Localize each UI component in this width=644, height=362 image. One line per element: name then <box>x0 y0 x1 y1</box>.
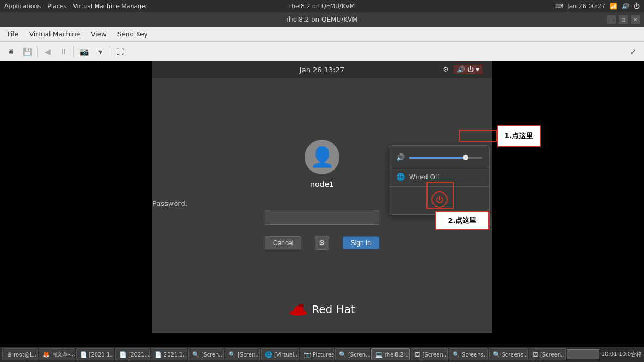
taskbar-item-0[interactable]: 🖥 root@L... <box>2 348 38 360</box>
power-icon-sys: ⏻ <box>634 3 640 10</box>
gnome-volume-icon: 🔊 <box>457 66 465 73</box>
taskbar-item-10[interactable]: 💻 rhel8.2-... <box>371 348 410 360</box>
network-label: Wired Off <box>409 173 439 181</box>
gnome-topbar: Jan 26 13:27 ⚙ 🔊 ⏻ ▾ <box>152 61 492 78</box>
taskbar-icon-4: 📄 <box>154 351 162 358</box>
taskbar-icon-7: 🌐 <box>265 351 273 358</box>
volume-row: 🔊 <box>389 150 489 165</box>
cancel-button[interactable]: Cancel <box>265 236 301 249</box>
annotation-2: 2.点这里 <box>435 211 490 230</box>
sendkey-menu[interactable]: Send Key <box>113 29 152 39</box>
taskbar-item-13[interactable]: 🔍 Screens... <box>489 348 528 360</box>
taskbar-label-13: Screens... <box>502 352 528 358</box>
minimize-button[interactable]: − <box>607 15 616 24</box>
volume-fill <box>409 157 464 159</box>
taskbar-item-9[interactable]: 🔍 [Scren... <box>335 348 370 360</box>
taskbar-item-12[interactable]: 🔍 Screens... <box>449 348 487 360</box>
redhat-text: Red Hat <box>312 303 355 316</box>
system-datetime: Jan 26 00:27 <box>567 3 605 10</box>
gnome-power-icon: ⏻ <box>467 66 474 73</box>
gnome-dropdown-arrow: ▾ <box>476 66 479 73</box>
gnome-accessibility-icon[interactable]: ⚙ <box>441 65 451 74</box>
taskbar: 🖥 root@L... 🦊 写文章-... 📄 [2021.1... 📄 [20… <box>0 347 644 362</box>
window-controls: − □ ✕ <box>607 15 640 24</box>
taskbar-label-5: [Scren... <box>201 352 224 358</box>
taskbar-label-11: [Screen... <box>422 352 448 358</box>
applications-menu[interactable]: Applications <box>4 3 41 10</box>
taskbar-icon-13: 🔍 <box>493 351 500 358</box>
redhat-logo-area: Red Hat <box>289 302 355 316</box>
vm-menu[interactable]: Virtual Machine <box>25 29 84 39</box>
dropdown-separator-2 <box>389 186 489 187</box>
toolbar-separator-1 <box>37 46 38 57</box>
taskbar-item-1[interactable]: 🦊 写文章-... <box>39 348 75 360</box>
taskbar-icon-5: 🔍 <box>192 351 200 358</box>
taskbar-icon-9: 🔍 <box>339 351 346 358</box>
gnome-volume-power-indicator[interactable]: 🔊 ⏻ ▾ <box>453 65 483 74</box>
close-button[interactable]: ✕ <box>631 15 640 24</box>
svg-point-0 <box>289 310 307 316</box>
taskbar-right: 10:01 10:0合格 <box>567 349 642 359</box>
taskbar-icon-12: 🔍 <box>453 351 460 358</box>
taskbar-icon-2: 📄 <box>80 351 88 358</box>
view-menu[interactable]: View <box>86 29 110 39</box>
login-buttons: Cancel ⚙ Sign In <box>265 236 379 250</box>
taskbar-item-4[interactable]: 📄 2021.1... <box>151 348 187 360</box>
kbd-icon: ⌨ <box>554 3 563 10</box>
taskbar-label-2: [2021.1... <box>89 352 115 358</box>
taskbar-item-2[interactable]: 📄 [2021.1... <box>76 348 115 360</box>
toolbar-screenshot-dropdown[interactable]: ▾ <box>92 45 108 59</box>
taskbar-item-11[interactable]: 🖼 [Screen... <box>411 348 448 360</box>
redhat-logo: Red Hat <box>289 302 355 316</box>
taskbar-item-8[interactable]: 📷 Pictures <box>300 348 334 360</box>
dropdown-volume-icon: 🔊 <box>396 153 405 161</box>
taskbar-item-3[interactable]: 📄 [2021... <box>115 348 150 360</box>
taskbar-label-9: [Scren... <box>348 352 370 358</box>
taskbar-icon-3: 📄 <box>119 351 127 358</box>
taskbar-label-0: root@L... <box>14 352 38 358</box>
toolbar-screenshot-btn[interactable]: 📷 <box>76 45 91 59</box>
system-bar-left: Applications Places Virtual Machine Mana… <box>4 3 147 10</box>
taskbar-icon-11: 🖼 <box>414 351 420 358</box>
taskbar-icon-0: 🖥 <box>6 351 12 358</box>
toolbar-usb-btn[interactable]: 💾 <box>20 45 35 59</box>
vm-display: Jan 26 13:27 ⚙ 🔊 ⏻ ▾ 👤 node1 Password: C… <box>0 61 644 362</box>
taskbar-label-14: [Screen... <box>540 352 566 358</box>
signin-button[interactable]: Sign In <box>343 236 379 249</box>
dropdown-separator <box>389 167 489 167</box>
system-bar-center: rhel8.2 on QEMU/KVM <box>289 3 355 10</box>
volume-slider[interactable] <box>409 157 482 159</box>
toolbar-monitor-btn[interactable]: 🖥 <box>3 45 18 59</box>
taskbar-icon-1: 🦊 <box>42 351 50 358</box>
toolbar: 🖥 💾 ◀ ⏸ 📷 ▾ ⛶ ⤢ <box>0 41 644 61</box>
taskbar-item-5[interactable]: 🔍 [Scren... <box>188 348 224 360</box>
network-row: 🌐 Wired Off <box>389 170 489 184</box>
taskbar-icon-14: 🖼 <box>532 351 538 358</box>
user-avatar-icon: 👤 <box>310 146 335 168</box>
toolbar-back-btn[interactable]: ◀ <box>40 45 55 59</box>
user-avatar: 👤 <box>305 140 339 174</box>
taskbar-label-12: Screens... <box>462 352 487 358</box>
toolbar-fullscreen-btn[interactable]: ⛶ <box>113 45 128 59</box>
taskbar-time: 10:01 10:0合格 <box>602 351 642 358</box>
taskbar-item-7[interactable]: 🌐 [Virtual... <box>261 348 299 360</box>
taskbar-label-3: [2021... <box>128 352 150 358</box>
places-menu[interactable]: Places <box>47 3 66 10</box>
file-menu[interactable]: File <box>3 29 23 39</box>
vmm-menu[interactable]: Virtual Machine Manager <box>73 3 147 10</box>
taskbar-input[interactable] <box>567 349 599 359</box>
taskbar-item-14[interactable]: 🖼 [Screen... <box>529 348 566 360</box>
maximize-button[interactable]: □ <box>619 15 628 24</box>
power-button[interactable]: ⏻ <box>431 191 448 208</box>
gear-button[interactable]: ⚙ <box>315 236 329 250</box>
password-label: Password: <box>152 199 267 208</box>
wifi-icon: 📶 <box>610 3 617 10</box>
toolbar-resize-btn[interactable]: ⤢ <box>626 45 641 59</box>
toolbar-pause-btn[interactable]: ⏸ <box>56 45 71 59</box>
toolbar-right: ⤢ <box>626 45 641 59</box>
system-bar-right: ⌨ Jan 26 00:27 📶 🔊 ⏻ <box>554 3 640 10</box>
redhat-hat-svg <box>289 302 307 316</box>
taskbar-item-6[interactable]: 🔍 [Scren... <box>225 348 260 360</box>
password-input[interactable] <box>265 210 379 225</box>
taskbar-label-6: [Scren... <box>238 352 260 358</box>
